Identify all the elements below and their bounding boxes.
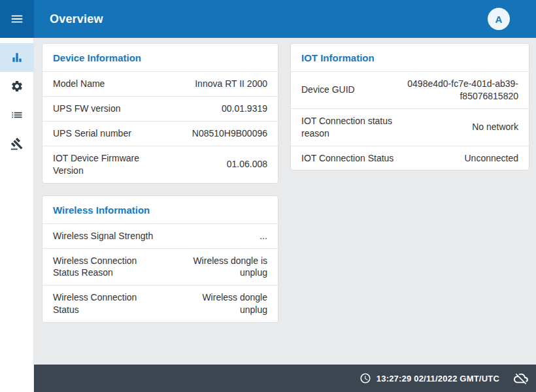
row-label: IOT Connection Status [301,152,394,165]
avatar[interactable]: A [488,8,510,30]
card-title: Device Information [42,44,278,72]
table-row: UPS Serial number N08510H9B00096 [42,121,278,146]
device-information-card: Device Information Model Name Innova RT … [42,43,278,184]
row-label: Wireless Connection Status [53,291,160,316]
wireless-information-card: Wireless Information Wireless Signal Str… [42,195,278,323]
row-value: N08510H9B00096 [192,127,267,140]
row-label: Model Name [53,78,105,90]
row-value: Wireless dongle is unplug [173,255,267,280]
card-title: Wireless Information [42,196,278,224]
page-title: Overview [50,12,488,26]
list-icon [10,108,24,122]
right-column: IOT Information Device GUID 0498e4d0-fc7… [290,43,529,171]
main-content: Device Information Model Name Innova RT … [34,38,536,365]
row-label: IOT Device Firmware Version [53,152,160,177]
row-label: UPS Serial number [53,127,131,140]
table-row: Wireless Signal Strength ... [42,224,278,248]
status-bar: 13:27:29 02/11/2022 GMT/UTC [34,365,536,392]
hamburger-icon [10,12,24,26]
table-row: Model Name Innova RT II 2000 [42,72,278,96]
app-root: Overview A Device Information Model Name… [0,0,536,392]
table-row: Wireless Connection Status Wireless dong… [42,285,278,322]
menu-button[interactable] [0,0,34,38]
row-label: Device GUID [301,84,355,96]
table-row: UPS FW version 00.01.9319 [42,96,278,121]
row-value: ... [260,230,267,242]
sidebar-item-maintenance[interactable] [0,129,33,158]
row-label: Wireless Signal Strength [53,230,153,242]
table-row: IOT Connection status reason No network [291,108,529,146]
top-bar: Overview A [34,0,536,38]
row-label: IOT Connection status reason [301,115,410,140]
card-title: IOT Information [291,44,529,72]
gear-icon [10,80,24,93]
row-value: Innova RT II 2000 [195,78,267,90]
table-row: Wireless Connection Status Reason Wirele… [42,248,278,286]
row-label: UPS FW version [53,103,120,115]
sidebar [0,38,34,392]
iot-information-card: IOT Information Device GUID 0498e4d0-fc7… [290,43,529,171]
row-value: Unconnected [464,152,518,165]
table-row: IOT Connection Status Unconnected [291,146,529,171]
gavel-icon [10,137,24,150]
sidebar-item-log[interactable] [0,101,33,129]
left-column: Device Information Model Name Innova RT … [42,43,278,323]
sidebar-item-overview[interactable] [0,43,33,72]
statusbar-datetime: 13:27:29 02/11/2022 GMT/UTC [377,374,499,384]
cloud-off-icon [514,371,528,385]
row-value: 01.06.008 [227,158,267,171]
row-value: Wireless dongle unplug [173,291,267,316]
table-row: Device GUID 0498e4d0-fc7e-401d-ab39-f850… [291,72,529,108]
bar-chart-icon [10,51,24,64]
table-row: IOT Device Firmware Version 01.06.008 [42,146,278,183]
avatar-letter: A [495,14,503,25]
row-value: 00.01.9319 [222,103,267,115]
clock-icon [360,372,371,384]
row-value: No network [472,121,518,133]
row-value: 0498e4d0-fc7e-401d-ab39-f85076815820 [401,78,518,103]
sidebar-item-settings[interactable] [0,72,33,101]
row-label: Wireless Connection Status Reason [53,255,160,280]
